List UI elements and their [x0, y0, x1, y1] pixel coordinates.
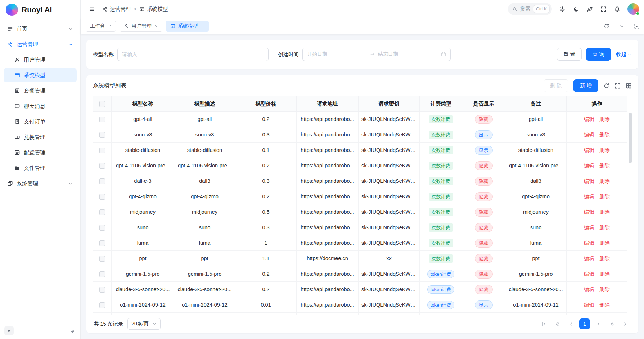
delete-button[interactable]: 删除 — [597, 209, 612, 215]
settings-button[interactable] — [556, 3, 568, 15]
sidebar-item-config-management[interactable]: 配置管理 — [4, 145, 77, 160]
sidebar-item-home[interactable]: 首页 — [4, 22, 77, 36]
remark-cell: gpt-all — [505, 112, 567, 127]
edit-button[interactable]: 编辑 — [581, 302, 597, 308]
tab-workbench[interactable]: 工作台 — [86, 21, 116, 32]
sidebar-item-package-management[interactable]: 套餐管理 — [4, 83, 77, 98]
select-all-checkbox[interactable] — [99, 101, 105, 107]
row-checkbox[interactable] — [99, 117, 105, 122]
delete-button[interactable]: 删除 — [597, 240, 612, 246]
prev-group-button[interactable] — [552, 318, 563, 329]
sidebar-item-system-model[interactable]: 系统模型 — [4, 68, 77, 82]
delete-button[interactable]: 删除 — [597, 302, 612, 308]
row-checkbox[interactable] — [99, 287, 105, 293]
query-button[interactable]: 查 询 — [586, 48, 611, 61]
row-checkbox[interactable] — [99, 163, 105, 169]
prev-page-button[interactable] — [566, 318, 576, 329]
first-page-button[interactable] — [538, 318, 549, 329]
tab-system-model[interactable]: 系统模型 — [166, 21, 209, 32]
close-icon[interactable] — [154, 24, 158, 28]
pin-icon[interactable] — [70, 329, 75, 335]
delete-button[interactable]: 删除 — [597, 116, 612, 122]
table-row: o1-mini-2024-09-12o1-mini-2024-09-120.01… — [93, 297, 627, 313]
delete-button[interactable]: 删除 — [597, 286, 612, 292]
list-toolbar: 删 除 新 增 — [544, 79, 632, 92]
row-checkbox[interactable] — [99, 240, 105, 246]
fullscreen-button[interactable] — [597, 3, 609, 15]
edit-button[interactable]: 编辑 — [581, 194, 597, 199]
row-checkbox[interactable] — [99, 178, 105, 184]
content-fullscreen-button[interactable] — [629, 18, 644, 34]
current-page-button[interactable]: 1 — [579, 318, 590, 329]
edit-button[interactable]: 编辑 — [581, 178, 597, 184]
delete-button[interactable]: 删除 — [597, 271, 612, 277]
tabs: 工作台用户管理系统模型 — [86, 21, 209, 32]
sidebar-item-operations[interactable]: 运营管理 — [4, 37, 77, 51]
delete-button[interactable]: 删除 — [597, 178, 612, 184]
delete-button[interactable]: 删除 — [597, 225, 612, 230]
refresh-table-button[interactable] — [603, 83, 609, 89]
table-fullscreen-button[interactable] — [614, 83, 621, 89]
row-checkbox[interactable] — [99, 148, 105, 153]
package-icon — [14, 88, 20, 94]
scrollbar-thumb[interactable] — [629, 113, 632, 163]
delete-button[interactable]: 删除 — [597, 147, 612, 153]
content-fullscreen-icon — [634, 23, 640, 29]
close-icon[interactable] — [108, 24, 112, 28]
add-button[interactable]: 新 增 — [573, 79, 598, 92]
close-icon[interactable] — [201, 24, 204, 28]
row-checkbox[interactable] — [99, 256, 105, 262]
row-checkbox[interactable] — [99, 209, 105, 215]
edit-button[interactable]: 编辑 — [581, 163, 597, 168]
table-scrollbar[interactable] — [629, 112, 632, 315]
notifications-button[interactable] — [611, 3, 623, 15]
operations-cell: 编辑删除 — [567, 189, 627, 204]
edit-button[interactable]: 编辑 — [581, 271, 597, 277]
next-group-button[interactable] — [607, 318, 617, 329]
sidebar-item-exchange-management[interactable]: 兑换管理 — [4, 130, 77, 144]
reset-button[interactable]: 重 置 — [557, 48, 582, 61]
search-input[interactable]: 搜索 Ctrl K — [508, 3, 552, 15]
delete-button[interactable]: 删除 — [597, 256, 612, 261]
page-size-select[interactable]: 20条/页 — [127, 318, 160, 330]
row-checkbox[interactable] — [99, 194, 105, 200]
next-page-button[interactable] — [593, 318, 604, 329]
refresh-page-button[interactable] — [599, 18, 614, 34]
request-url-cell: https://api.pandarobo... — [297, 297, 359, 313]
edit-button[interactable]: 编辑 — [581, 116, 597, 122]
sidebar-item-user-management[interactable]: 用户管理 — [4, 53, 77, 67]
collapse-filter-link[interactable]: 收起 — [616, 51, 632, 58]
user-avatar[interactable] — [627, 3, 639, 15]
sidebar-item-chat-messages[interactable]: 聊天消息 — [4, 99, 77, 113]
delete-button[interactable]: 删除 — [597, 194, 612, 199]
delete-button[interactable]: 删除 — [597, 132, 612, 137]
last-page-button[interactable] — [620, 318, 631, 329]
row-checkbox[interactable] — [99, 302, 105, 308]
edit-button[interactable]: 编辑 — [581, 209, 597, 215]
row-checkbox[interactable] — [99, 271, 105, 277]
sidebar-toggle-button[interactable] — [86, 3, 98, 15]
edit-button[interactable]: 编辑 — [581, 147, 597, 153]
sidebar-item-payment-orders[interactable]: 支付订单 — [4, 114, 77, 129]
row-checkbox[interactable] — [99, 225, 105, 231]
tab-user-management[interactable]: 用户管理 — [120, 21, 162, 32]
sidebar-collapse-button[interactable] — [4, 326, 14, 335]
column-settings-button[interactable] — [626, 83, 632, 89]
delete-button[interactable]: 删除 — [597, 163, 612, 168]
edit-button[interactable]: 编辑 — [581, 240, 597, 246]
breadcrumb-item[interactable]: 运营管理 — [102, 6, 131, 13]
batch-delete-button[interactable]: 删 除 — [544, 79, 568, 92]
language-button[interactable] — [584, 3, 596, 15]
tabs-menu-button[interactable] — [614, 18, 629, 34]
row-checkbox[interactable] — [99, 132, 105, 138]
sidebar-item-system-management[interactable]: 系统管理 — [4, 176, 77, 191]
edit-button[interactable]: 编辑 — [581, 286, 597, 292]
dark-mode-button[interactable] — [570, 3, 582, 15]
model-name-input[interactable] — [117, 48, 269, 61]
sidebar-item-file-management[interactable]: 文件管理 — [4, 161, 77, 175]
create-time-range-input[interactable]: 开始日期 结束日期 — [302, 48, 451, 61]
edit-button[interactable]: 编辑 — [581, 225, 597, 230]
edit-button[interactable]: 编辑 — [581, 132, 597, 137]
breadcrumb-item[interactable]: 系统模型 — [139, 6, 168, 13]
edit-button[interactable]: 编辑 — [581, 256, 597, 261]
